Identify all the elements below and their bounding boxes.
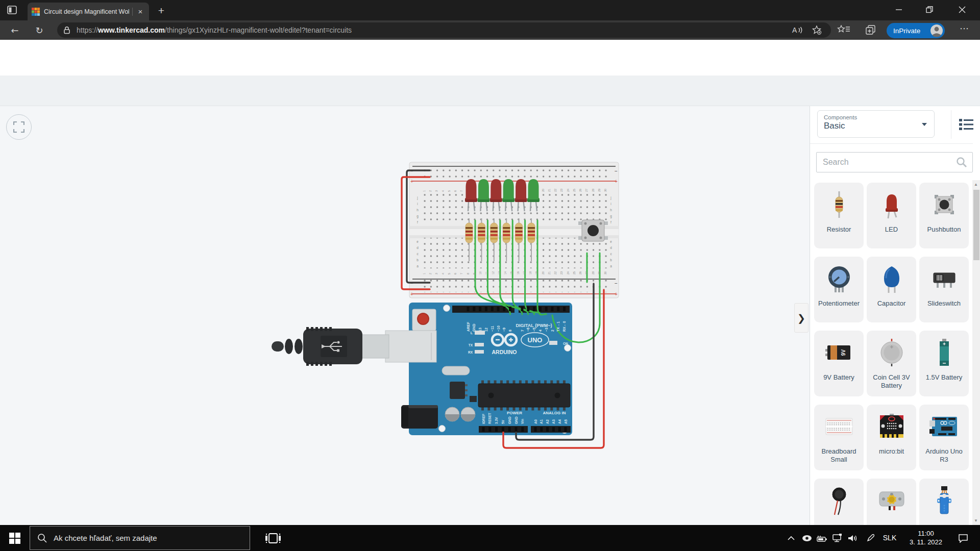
taskbar-clock[interactable]: 11:00 3. 11. 2022 xyxy=(899,529,952,546)
tray-eye-icon[interactable] xyxy=(799,525,815,551)
svg-text:4: 4 xyxy=(442,190,445,192)
svg-text:A4: A4 xyxy=(558,419,561,424)
scrollbar-thumb[interactable] xyxy=(973,190,979,260)
browser-menu-icon[interactable]: ⋯ xyxy=(960,23,969,34)
scroll-up-icon[interactable]: ▲ xyxy=(974,182,978,187)
svg-text:25: 25 xyxy=(573,189,576,192)
add-favorite-icon[interactable] xyxy=(812,25,822,35)
svg-text:30: 30 xyxy=(604,189,607,192)
resistor[interactable] xyxy=(465,223,473,243)
url-field[interactable]: https://www.tinkercad.com/things/gx1Xyin… xyxy=(57,22,831,38)
svg-text:29: 29 xyxy=(598,189,601,192)
component-card-microbit[interactable]: micro:bit xyxy=(867,405,916,470)
usb-cable[interactable] xyxy=(272,327,389,366)
component-card-1-5v-battery[interactable]: 1.5V Battery xyxy=(919,331,969,396)
svg-text:15: 15 xyxy=(510,271,513,274)
component-list-toggle-button[interactable] xyxy=(958,117,974,132)
svg-text:−: − xyxy=(410,281,413,286)
panel-scrollbar[interactable]: ▲ ▼ xyxy=(972,180,980,525)
svg-text:A1: A1 xyxy=(540,419,543,424)
language-switcher[interactable]: SLK xyxy=(879,534,900,542)
window-minimize-button[interactable] xyxy=(887,0,911,19)
1-5v-battery-icon xyxy=(928,336,961,369)
svg-text:3.3V: 3.3V xyxy=(495,417,498,424)
chevron-down-icon xyxy=(922,123,927,126)
svg-text:~6: ~6 xyxy=(526,328,530,332)
component-card-led[interactable]: LED xyxy=(867,183,916,248)
task-view-button[interactable] xyxy=(261,525,285,551)
component-card-micro-servo[interactable] xyxy=(919,479,969,525)
list-icon xyxy=(959,118,973,131)
zoom-to-fit-button[interactable] xyxy=(6,114,32,140)
tray-volume-icon[interactable] xyxy=(845,525,861,551)
svg-text:27: 27 xyxy=(585,189,588,192)
resistor[interactable] xyxy=(503,223,510,243)
resistor[interactable] xyxy=(528,223,535,243)
svg-text:j: j xyxy=(416,196,418,200)
reload-icon[interactable]: ↻ xyxy=(31,25,48,36)
resistor[interactable] xyxy=(478,223,485,243)
circuit-drawing[interactable]: 1122334455667788991010111112121313141415… xyxy=(0,106,810,525)
window-close-button[interactable] xyxy=(950,0,974,19)
component-card-resistor[interactable]: Resistor xyxy=(814,183,864,248)
pushbutton[interactable] xyxy=(578,220,608,241)
svg-text:A2: A2 xyxy=(546,419,549,424)
component-card-slideswitch[interactable]: Slideswitch xyxy=(919,257,969,322)
svg-text:f: f xyxy=(417,220,418,224)
component-card-vibration-motor[interactable] xyxy=(814,479,864,525)
tray-battery-icon[interactable] xyxy=(815,525,830,551)
svg-text:9V: 9V xyxy=(841,349,846,356)
url-text: https://www.tinkercad.com/things/gx1Xyin… xyxy=(77,26,787,34)
tab-close-icon[interactable]: × xyxy=(136,7,145,16)
svg-text:9: 9 xyxy=(473,273,476,274)
components-category-dropdown[interactable]: Components Basic xyxy=(817,110,935,138)
read-aloud-icon[interactable]: A xyxy=(791,26,803,35)
svg-text:h: h xyxy=(416,208,419,212)
arduino-uno[interactable] xyxy=(385,303,572,435)
component-card-9v-battery[interactable]: 9V 9V Battery xyxy=(814,331,864,396)
browser-tab[interactable]: Circuit design Magnificent Wolt × xyxy=(28,3,149,20)
component-card-breadboard-small[interactable]: Breadboard Small xyxy=(814,405,864,470)
svg-text:13: 13 xyxy=(498,271,501,274)
tray-expand-icon[interactable] xyxy=(783,525,799,551)
tray-network-icon[interactable] xyxy=(830,525,845,551)
clock-date: 3. 11. 2022 xyxy=(899,538,952,546)
tray-pen-icon[interactable] xyxy=(863,525,878,551)
component-card-arduino-uno-r3[interactable]: Arduino Uno R3 xyxy=(919,405,969,470)
resistor[interactable] xyxy=(516,223,523,243)
svg-text:a: a xyxy=(610,264,612,268)
svg-text:7: 7 xyxy=(460,190,463,192)
svg-text:ANALOG IN: ANALOG IN xyxy=(543,411,566,415)
tab-workspaces-icon[interactable] xyxy=(6,4,18,18)
resistor[interactable] xyxy=(491,223,498,243)
svg-text:+: + xyxy=(615,179,618,184)
svg-text:A: A xyxy=(792,26,797,34)
component-search-input[interactable] xyxy=(817,158,956,167)
scroll-down-icon[interactable]: ▼ xyxy=(974,518,978,523)
collections-icon[interactable] xyxy=(865,24,877,38)
potentiometer-icon xyxy=(823,262,855,295)
back-icon[interactable]: ← xyxy=(6,25,23,36)
component-card-hobby-gearmotor[interactable] xyxy=(867,479,916,525)
svg-text:28: 28 xyxy=(592,189,595,192)
tab-divider xyxy=(132,8,133,16)
component-card-pushbutton[interactable]: Pushbutton xyxy=(919,183,969,248)
svg-text:5: 5 xyxy=(448,273,451,274)
inprivate-badge[interactable]: InPrivate xyxy=(887,23,945,38)
favorites-bar-icon[interactable] xyxy=(837,24,850,38)
panel-collapse-button[interactable]: ❯ xyxy=(794,303,808,333)
taskbar-search[interactable]: Ak chcete hľadať, sem zadajte xyxy=(30,526,250,550)
svg-text:4: 4 xyxy=(538,330,542,332)
svg-text:~10: ~10 xyxy=(497,325,500,332)
component-card-potentiometer[interactable]: Potentiometer xyxy=(814,257,864,322)
action-center-icon[interactable] xyxy=(955,525,971,551)
window-restore-button[interactable] xyxy=(918,0,941,19)
svg-text:20: 20 xyxy=(542,189,545,192)
svg-text:20: 20 xyxy=(542,271,545,274)
component-card-coin-cell[interactable]: Coin Cell 3V Battery xyxy=(867,331,916,396)
circuit-canvas[interactable]: 1122334455667788991010111112121313141415… xyxy=(0,106,810,525)
new-tab-button[interactable]: + xyxy=(154,4,168,18)
components-panel-header: Components Basic xyxy=(810,106,973,144)
start-button[interactable] xyxy=(0,525,30,551)
component-card-capacitor[interactable]: Capacitor xyxy=(867,257,916,322)
